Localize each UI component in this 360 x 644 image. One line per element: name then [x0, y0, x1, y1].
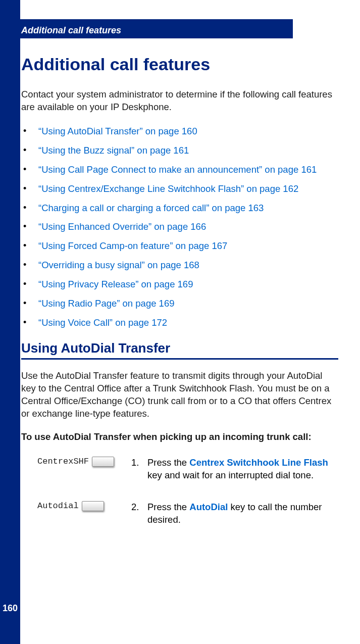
step-text-post: key and wait for an interrupted dial ton…	[147, 470, 314, 480]
feature-link[interactable]: “Using Call Page Connect to make an anno…	[38, 164, 317, 175]
feature-link[interactable]: “Using Forced Camp-on feature” on page 1…	[38, 240, 227, 251]
softkey-button-icon	[82, 501, 104, 511]
step-emph: AutoDial	[189, 502, 228, 512]
step-text: 2. Press the AutoDial key to call the nu…	[131, 501, 338, 526]
feature-link[interactable]: “Using Centrex/Exchange Line Switchhook …	[38, 183, 298, 194]
sub-instruction: To use AutoDial Transfer when picking up…	[21, 431, 338, 442]
list-item: “Using Voice Call” on page 172	[21, 316, 338, 329]
list-item: “Using Enhanced Override” on page 166	[21, 220, 338, 233]
softkey-widget: Autodial	[21, 501, 122, 511]
feature-link[interactable]: “Using the Buzz signal” on page 161	[38, 145, 189, 156]
list-item: “Charging a call or charging a forced ca…	[21, 202, 338, 215]
section-body: Use the AutoDial Transfer feature to tra…	[21, 370, 338, 420]
feature-link[interactable]: “Using Radio Page” on page 169	[38, 298, 174, 309]
softkey-button-icon	[92, 457, 114, 467]
softkey-label: Autodial	[37, 501, 79, 511]
feature-link[interactable]: “Using Enhanced Override” on page 166	[38, 221, 206, 232]
list-item: “Using Centrex/Exchange Line Switchhook …	[21, 182, 338, 195]
list-item: “Using the Buzz signal” on page 161	[21, 144, 338, 157]
step-number: 2.	[131, 501, 142, 526]
page-number: 160	[3, 603, 18, 614]
page-content: Additional call features Contact your sy…	[20, 44, 348, 545]
list-item: “Using Call Page Connect to make an anno…	[21, 163, 338, 176]
feature-link[interactable]: “Overriding a busy signal” on page 168	[38, 260, 199, 270]
list-item: “Overriding a busy signal” on page 168	[21, 259, 338, 272]
page-title: Additional call features	[21, 55, 338, 74]
step-row: Autodial 2. Press the AutoDial key to ca…	[21, 501, 338, 526]
list-item: “Using Forced Camp-on feature” on page 1…	[21, 239, 338, 253]
list-item: “Using Radio Page” on page 169	[21, 297, 338, 310]
step-body: Press the AutoDial key to call the numbe…	[147, 501, 338, 526]
feature-link-list: “Using AutoDial Transfer” on page 160 “U…	[21, 125, 338, 329]
feature-link[interactable]: “Using Voice Call” on page 172	[38, 317, 167, 328]
feature-link[interactable]: “Charging a call or charging a forced ca…	[38, 203, 264, 213]
step-body: Press the Centrex Switchhook Line Flash …	[147, 457, 338, 482]
step-number: 1.	[131, 457, 142, 482]
header-bar: Additional call features	[0, 19, 293, 38]
intro-paragraph: Contact your system administrator to det…	[21, 88, 338, 114]
step-text-pre: Press the	[147, 502, 189, 512]
step-row: CentrexSHF 1. Press the Centrex Switchho…	[21, 457, 338, 482]
softkey-widget: CentrexSHF	[21, 457, 122, 467]
softkey-label: CentrexSHF	[37, 457, 89, 466]
sidebar-stripe: 160	[0, 0, 20, 644]
feature-link[interactable]: “Using AutoDial Transfer” on page 160	[38, 126, 197, 136]
list-item: “Using AutoDial Transfer” on page 160	[21, 125, 338, 138]
step-text-pre: Press the	[147, 457, 189, 468]
feature-link[interactable]: “Using Privacy Release” on page 169	[38, 279, 193, 289]
list-item: “Using Privacy Release” on page 169	[21, 278, 338, 291]
step-emph: Centrex Switchhook Line Flash	[189, 457, 328, 468]
section-title: Using AutoDial Transfer	[21, 340, 338, 360]
step-text: 1. Press the Centrex Switchhook Line Fla…	[131, 457, 338, 482]
